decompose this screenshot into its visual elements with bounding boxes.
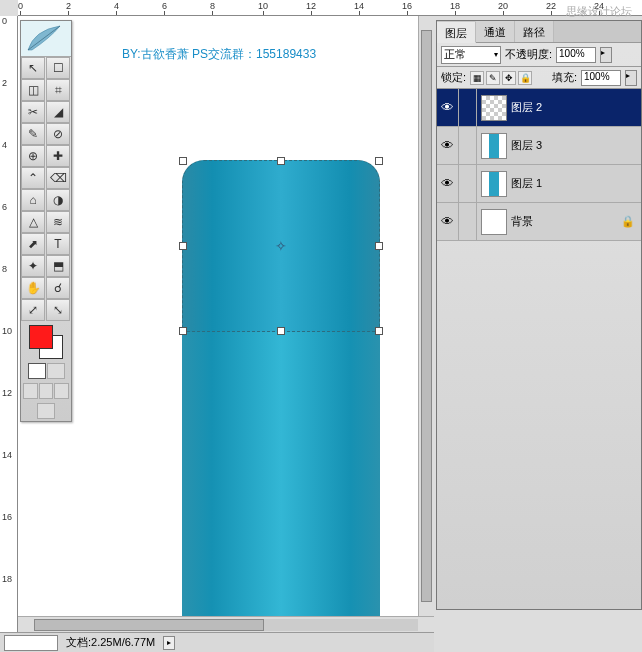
- lock-row: 锁定: ▦ ✎ ✥ 🔒 填充: 100% ▸: [437, 67, 641, 89]
- layer-row-0[interactable]: 👁图层 2: [437, 89, 641, 127]
- tool-14[interactable]: △: [21, 211, 45, 233]
- tool-18[interactable]: ✦: [21, 255, 45, 277]
- ruler-horizontal: 024681012141618202224: [18, 0, 642, 16]
- vertical-scrollbar-thumb[interactable]: [421, 30, 432, 602]
- tool-20[interactable]: ✋: [21, 277, 45, 299]
- screen-mode-standard[interactable]: [23, 383, 38, 399]
- transform-handle-top-mid[interactable]: [277, 157, 285, 165]
- blend-mode-select[interactable]: 正常 ▾: [441, 46, 501, 64]
- ruler-v-mark: 2: [2, 78, 7, 88]
- document-info-menu-button[interactable]: ▸: [163, 636, 175, 650]
- ruler-v-mark: 12: [2, 388, 12, 398]
- transform-handle-bottom-left[interactable]: [179, 327, 187, 335]
- lock-all-icon[interactable]: 🔒: [518, 71, 532, 85]
- ruler-h-mark: 8: [210, 0, 215, 15]
- ruler-v-mark: 8: [2, 264, 7, 274]
- tool-7[interactable]: ⊘: [46, 123, 70, 145]
- screen-mode-full[interactable]: [54, 383, 69, 399]
- layer-thumbnail[interactable]: [481, 133, 507, 159]
- tool-19[interactable]: ⬒: [46, 255, 70, 277]
- layer-row-3[interactable]: 👁背景🔒: [437, 203, 641, 241]
- ruler-h-mark: 22: [546, 0, 556, 15]
- tool-3[interactable]: ⌗: [46, 79, 70, 101]
- ruler-v-mark: 6: [2, 202, 7, 212]
- foreground-color-swatch[interactable]: [29, 325, 53, 349]
- standard-mode-button[interactable]: [28, 363, 46, 379]
- transform-handle-bottom-right[interactable]: [375, 327, 383, 335]
- layer-thumbnail[interactable]: [481, 209, 507, 235]
- lock-label: 锁定:: [441, 70, 466, 85]
- ruler-v-mark: 0: [2, 16, 7, 26]
- artwork-cylinder-top-selected[interactable]: ✧: [182, 160, 380, 332]
- screen-mode-full-menubar[interactable]: [39, 383, 54, 399]
- tool-11[interactable]: ⌫: [46, 167, 70, 189]
- tool-2[interactable]: ◫: [21, 79, 45, 101]
- visibility-toggle[interactable]: 👁: [437, 89, 459, 126]
- visibility-toggle[interactable]: 👁: [437, 165, 459, 202]
- quickmask-mode-button[interactable]: [47, 363, 65, 379]
- layer-thumbnail[interactable]: [481, 171, 507, 197]
- visibility-toggle[interactable]: 👁: [437, 127, 459, 164]
- tab-layers[interactable]: 图层: [437, 22, 476, 43]
- layer-thumbnail[interactable]: [481, 95, 507, 121]
- tool-9[interactable]: ✚: [46, 145, 70, 167]
- transform-handle-mid-left[interactable]: [179, 242, 187, 250]
- tool-0[interactable]: ↖: [21, 57, 45, 79]
- transform-handle-bottom-mid[interactable]: [277, 327, 285, 335]
- link-column[interactable]: [459, 127, 477, 164]
- ruler-vertical: 024681012141618: [0, 16, 18, 632]
- tool-1[interactable]: ☐: [46, 57, 70, 79]
- transform-handle-top-right[interactable]: [375, 157, 383, 165]
- transform-handle-mid-right[interactable]: [375, 242, 383, 250]
- chevron-down-icon: ▾: [494, 50, 498, 59]
- toolbox-header: [21, 21, 71, 57]
- jump-row: [21, 401, 71, 421]
- tab-channels[interactable]: 通道: [476, 21, 515, 42]
- layer-row-1[interactable]: 👁图层 3: [437, 127, 641, 165]
- fill-arrow-button[interactable]: ▸: [625, 70, 637, 86]
- lock-icons-group: ▦ ✎ ✥ 🔒: [470, 71, 532, 85]
- ruler-v-mark: 14: [2, 450, 12, 460]
- layer-name-label: 图层 2: [511, 100, 641, 115]
- vertical-scrollbar[interactable]: [418, 16, 434, 616]
- transform-handle-top-left[interactable]: [179, 157, 187, 165]
- fill-label: 填充:: [552, 70, 577, 85]
- zoom-input[interactable]: [4, 635, 58, 651]
- horizontal-scrollbar-thumb[interactable]: [34, 619, 264, 631]
- opacity-input[interactable]: 100%: [556, 47, 596, 63]
- layer-row-2[interactable]: 👁图层 1: [437, 165, 641, 203]
- link-column[interactable]: [459, 165, 477, 202]
- tool-12[interactable]: ⌂: [21, 189, 45, 211]
- layers-panel: 图层 通道 路径 正常 ▾ 不透明度: 100% ▸ 锁定: ▦ ✎ ✥ 🔒 填…: [436, 20, 642, 610]
- link-column[interactable]: [459, 203, 477, 240]
- tab-paths[interactable]: 路径: [515, 21, 554, 42]
- document-info-label: 文档:2.25M/6.77M: [66, 635, 155, 650]
- link-column[interactable]: [459, 89, 477, 126]
- lock-position-icon[interactable]: ✥: [502, 71, 516, 85]
- lock-icon: 🔒: [621, 215, 635, 228]
- tool-5[interactable]: ◢: [46, 101, 70, 123]
- horizontal-scrollbar-track[interactable]: [34, 619, 418, 631]
- tool-4[interactable]: ✂: [21, 101, 45, 123]
- tool-17[interactable]: T: [46, 233, 70, 255]
- horizontal-scrollbar[interactable]: [18, 616, 434, 632]
- lock-pixels-icon[interactable]: ✎: [486, 71, 500, 85]
- canvas-area[interactable]: BY:古欲香萧 PS交流群：155189433 ✧: [18, 16, 434, 632]
- tool-23[interactable]: ⤡: [46, 299, 70, 321]
- fill-input[interactable]: 100%: [581, 70, 621, 86]
- tool-13[interactable]: ◑: [46, 189, 70, 211]
- tool-10[interactable]: ⌃: [21, 167, 45, 189]
- visibility-toggle[interactable]: 👁: [437, 203, 459, 240]
- tool-15[interactable]: ≋: [46, 211, 70, 233]
- tool-21[interactable]: ☌: [46, 277, 70, 299]
- lock-transparency-icon[interactable]: ▦: [470, 71, 484, 85]
- toolbox-panel: ↖☐◫⌗✂◢✎⊘⊕✚⌃⌫⌂◑△≋⬈T✦⬒✋☌⤢⤡: [20, 20, 72, 422]
- tool-22[interactable]: ⤢: [21, 299, 45, 321]
- ruler-h-mark: 20: [498, 0, 508, 15]
- ruler-v-mark: 4: [2, 140, 7, 150]
- tool-6[interactable]: ✎: [21, 123, 45, 145]
- jump-to-imageready-button[interactable]: [37, 403, 55, 419]
- tool-8[interactable]: ⊕: [21, 145, 45, 167]
- opacity-arrow-button[interactable]: ▸: [600, 47, 612, 63]
- tool-16[interactable]: ⬈: [21, 233, 45, 255]
